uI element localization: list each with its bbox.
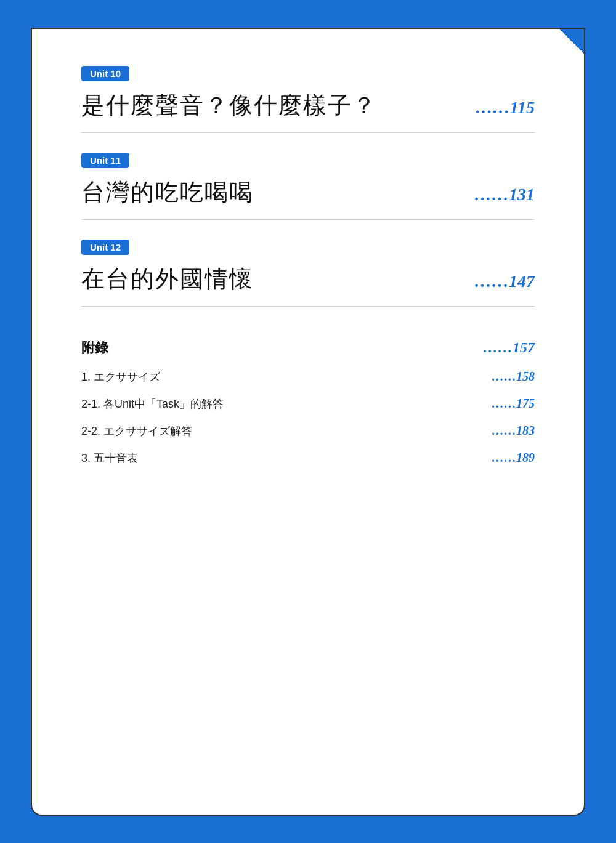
appendix-item-3-row: 3. 五十音表 ……189	[81, 445, 535, 472]
unit-12-section: Unit 12 在台的外國情懷 ……147	[81, 240, 535, 307]
appendix-main-row: 附錄 ……157	[81, 331, 535, 363]
unit-11-title: 台灣的吃吃喝喝	[81, 177, 254, 208]
appendix-main-label: 附錄	[81, 339, 108, 357]
unit-10-row: 是什麼聲音？像什麼樣子？ ……115	[81, 90, 535, 133]
unit-10-title: 是什麼聲音？像什麼樣子？	[81, 90, 377, 121]
appendix-item-3-label: 3. 五十音表	[81, 451, 138, 466]
appendix-item-2-page: ……183	[492, 424, 535, 438]
appendix-item-2-label: 2-2. エクササイズ解答	[81, 424, 192, 438]
appendix-item-1-row: 2-1. 各Unit中「Task」的解答 ……175	[81, 390, 535, 417]
appendix-item-0-page: ……158	[492, 369, 535, 384]
page-container: Unit 10 是什麼聲音？像什麼樣子？ ……115 Unit 11 台灣的吃吃…	[31, 28, 585, 816]
appendix-item-1-page: ……175	[492, 397, 535, 411]
unit-10-badge: Unit 10	[81, 66, 129, 81]
unit-10-page: ……115	[476, 98, 535, 118]
appendix-item-2-row: 2-2. エクササイズ解答 ……183	[81, 417, 535, 445]
appendix-main-page: ……157	[483, 339, 535, 356]
unit-11-row: 台灣的吃吃喝喝 ……131	[81, 177, 535, 220]
unit-12-row: 在台的外國情懷 ……147	[81, 264, 535, 307]
appendix-section: 附錄 ……157 1. エクササイズ ……158 2-1. 各Unit中「Tas…	[81, 331, 535, 472]
unit-12-badge: Unit 12	[81, 240, 129, 255]
unit-11-badge: Unit 11	[81, 153, 129, 168]
unit-12-title: 在台的外國情懷	[81, 264, 254, 295]
unit-10-section: Unit 10 是什麼聲音？像什麼樣子？ ……115	[81, 66, 535, 133]
appendix-item-3-page: ……189	[492, 451, 535, 465]
appendix-item-0-row: 1. エクササイズ ……158	[81, 363, 535, 390]
appendix-item-0-label: 1. エクササイズ	[81, 369, 160, 384]
unit-11-page: ……131	[474, 185, 535, 204]
unit-11-section: Unit 11 台灣的吃吃喝喝 ……131	[81, 153, 535, 220]
unit-12-page: ……147	[474, 272, 535, 291]
appendix-item-1-label: 2-1. 各Unit中「Task」的解答	[81, 397, 224, 411]
